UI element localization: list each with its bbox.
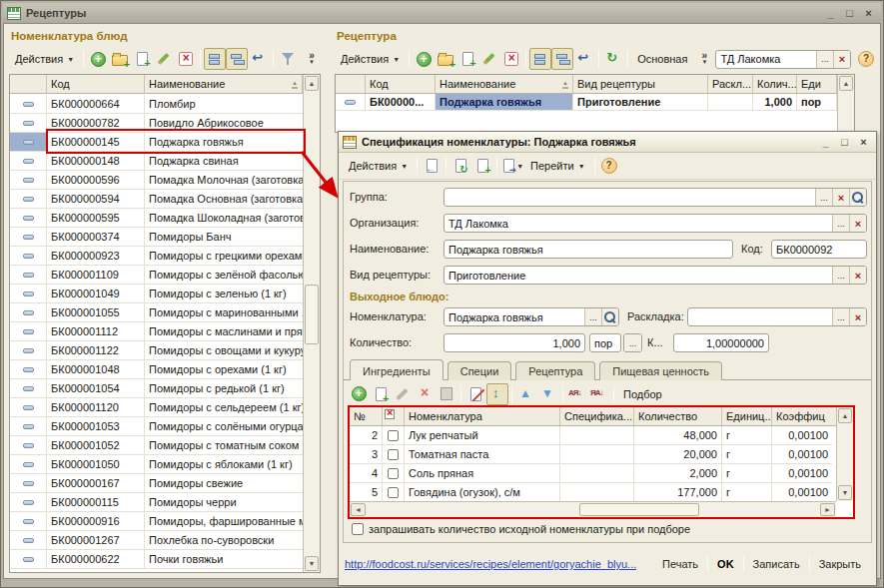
- group-input[interactable]: [444, 189, 815, 206]
- dish-row[interactable]: БК000001267 Похлебка по-суворовски: [10, 531, 303, 550]
- dish-row[interactable]: БК000000595 Помадка Шоколадная (заготов.…: [10, 209, 303, 228]
- sort-asc-button[interactable]: [566, 383, 588, 405]
- ingredients-hscrollbar[interactable]: ◄ ►: [350, 501, 836, 517]
- tab-nutrition[interactable]: Пищевая ценность: [599, 361, 722, 380]
- delete-button[interactable]: [175, 48, 197, 70]
- edit-button[interactable]: [153, 48, 175, 70]
- left-actions-button[interactable]: Действия▼: [9, 48, 80, 70]
- end-edit-button[interactable]: [436, 383, 457, 405]
- name-column-header[interactable]: Наименование ▲: [145, 75, 303, 93]
- spec-flag-column-header[interactable]: ×: [383, 407, 405, 425]
- reread-button[interactable]: [421, 155, 442, 177]
- clear-button[interactable]: ×: [833, 51, 850, 68]
- help-button[interactable]: [855, 48, 877, 70]
- output-button[interactable]: ▼: [500, 155, 524, 177]
- layout-input[interactable]: [688, 308, 832, 325]
- ellipsis-button[interactable]: ...: [815, 189, 832, 206]
- dish-row[interactable]: БК000001112 Помидоры с маслинами и пря..…: [10, 322, 303, 341]
- dish-row[interactable]: БК000000782 Повидло Абрикосовое: [10, 114, 303, 133]
- tab-recipe[interactable]: Рецептура: [515, 361, 595, 380]
- minimize-button[interactable]: _: [822, 6, 839, 21]
- layout-column-header[interactable]: Раскл...: [708, 75, 753, 93]
- recipe-kind-button[interactable]: Основная: [631, 48, 693, 70]
- edit-button[interactable]: [478, 48, 500, 70]
- ing-flag-cell[interactable]: [383, 464, 405, 483]
- recipe-row[interactable]: БК00000... Поджарка говяжья Приготовлени…: [336, 94, 837, 111]
- tab-ingredients[interactable]: Ингредиенты: [350, 359, 443, 380]
- code-input[interactable]: [772, 241, 866, 258]
- reorder-button[interactable]: [486, 383, 508, 405]
- ing-flag-cell[interactable]: [383, 445, 405, 464]
- tab-spices[interactable]: Специи: [447, 361, 512, 380]
- qty-column-header[interactable]: Количество: [634, 407, 722, 425]
- dish-row[interactable]: БК000001048 Помидоры с орехами (1 кг): [10, 360, 303, 379]
- dish-row[interactable]: БК000000916 Помидоры, фаршированные м...: [10, 512, 303, 531]
- right-toolbar-overflow[interactable]: »▼: [693, 48, 715, 70]
- ing-flag-cell[interactable]: [383, 426, 405, 445]
- copy-button[interactable]: [370, 383, 392, 405]
- open-button[interactable]: [849, 189, 866, 206]
- dish-row[interactable]: БК000000923 Помидоры с грецкими орехами: [10, 247, 303, 266]
- scroll-down-icon[interactable]: ▼: [305, 556, 319, 571]
- scroll-thumb[interactable]: [305, 285, 319, 344]
- list-view-button[interactable]: [226, 48, 248, 70]
- ingredient-row[interactable]: 4 Соль пряная 2,000 г 0,00100: [350, 464, 836, 483]
- unit-select-button[interactable]: ...: [623, 333, 642, 352]
- dish-row[interactable]: БК000001122 Помидоры с овощами и кукуру.…: [10, 341, 303, 360]
- add-button[interactable]: [413, 48, 435, 70]
- scroll-thumb[interactable]: [579, 503, 699, 516]
- code-column-header[interactable]: Код: [366, 75, 436, 93]
- organization-input[interactable]: [444, 215, 832, 232]
- unit-column-header[interactable]: Еди: [797, 75, 837, 93]
- move-up-button[interactable]: [515, 383, 537, 405]
- scroll-up-icon[interactable]: ▲: [839, 76, 853, 91]
- clear-button[interactable]: ×: [849, 308, 866, 325]
- filter-button[interactable]: [277, 48, 299, 70]
- ellipsis-button[interactable]: ...: [832, 308, 849, 325]
- ellipsis-button[interactable]: ...: [832, 215, 849, 232]
- dish-row[interactable]: БК000000622 Почки говяжьи: [10, 550, 303, 569]
- dish-row[interactable]: БК000001053 Помидоры с солёными огурца..…: [10, 417, 303, 436]
- ellipsis-button[interactable]: ...: [832, 267, 849, 284]
- copy-button[interactable]: [456, 48, 478, 70]
- dish-row[interactable]: БК000000115 Помидоры черри: [10, 493, 303, 512]
- pick-button[interactable]: Подбор: [617, 383, 668, 405]
- name-column-header[interactable]: Наименование ▲: [436, 75, 573, 93]
- dish-row[interactable]: БК000001054 Помидоры с редькой (1 кг): [10, 379, 303, 398]
- coef-column-header[interactable]: Коэффиц: [772, 407, 832, 425]
- undo-hierarchy-button[interactable]: [573, 48, 595, 70]
- ask-quantity-checkbox[interactable]: запрашивать количество исходной номенкла…: [352, 523, 690, 535]
- scroll-up-icon[interactable]: ▲: [305, 76, 319, 91]
- code-column-header[interactable]: Код: [47, 75, 145, 93]
- view-mode-button-2[interactable]: [551, 48, 573, 70]
- goto-button[interactable]: Перейти▼: [524, 155, 591, 177]
- unit-input[interactable]: [590, 334, 620, 351]
- delete-button[interactable]: [500, 48, 522, 70]
- dish-row[interactable]: БК000001050 Помидоры с яблоками (1 кг): [10, 455, 303, 474]
- move-down-button[interactable]: [537, 383, 559, 405]
- qty-column-header[interactable]: Колич...: [753, 75, 797, 93]
- name-input[interactable]: [444, 241, 732, 258]
- nomenclature-column-header[interactable]: Номенклатура: [405, 407, 560, 425]
- organization-filter-input[interactable]: [716, 51, 816, 68]
- kind-input[interactable]: [444, 267, 832, 284]
- dish-row[interactable]: БК000000374 Помидоры Банч: [10, 228, 303, 247]
- sort-desc-button[interactable]: [588, 383, 610, 405]
- quantity-input[interactable]: [444, 334, 584, 351]
- scroll-up-icon[interactable]: ▲: [838, 408, 852, 423]
- dish-table-vscrollbar[interactable]: ▲ ▼: [303, 75, 320, 572]
- scroll-down-icon[interactable]: ▼: [838, 485, 852, 500]
- dish-row[interactable]: БК000001049 Помидоры с зеленью (1 кг): [10, 285, 303, 303]
- close-dialog-button[interactable]: Закрыть: [810, 555, 870, 573]
- dialog-maximize-button[interactable]: □: [836, 135, 853, 150]
- ingredient-row[interactable]: 2 Лук репчатый 48,000 г 0,00100: [350, 426, 836, 445]
- help-button[interactable]: [598, 155, 620, 177]
- add-group-button[interactable]: [109, 48, 131, 70]
- ellipsis-button[interactable]: ...: [816, 51, 833, 68]
- right-actions-button[interactable]: Действия▼: [335, 48, 406, 70]
- add-button[interactable]: [87, 48, 109, 70]
- delete-button[interactable]: [414, 383, 436, 405]
- main-title-bar[interactable]: Рецептуры _ □ ×: [3, 3, 881, 23]
- close-button[interactable]: ×: [860, 6, 877, 21]
- scroll-right-icon[interactable]: ►: [820, 503, 835, 516]
